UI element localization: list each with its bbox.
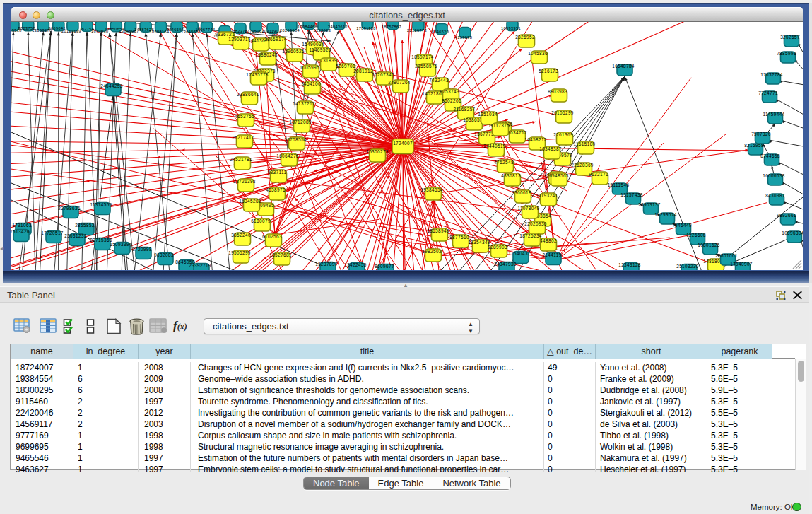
svg-text:2326952: 2326952	[515, 35, 535, 40]
svg-text:11615180: 11615180	[573, 141, 595, 146]
svg-text:10896304: 10896304	[782, 230, 803, 235]
svg-text:16948563: 16948563	[546, 173, 569, 178]
svg-text:24807264: 24807264	[388, 80, 411, 85]
svg-text:24440519: 24440519	[483, 144, 506, 148]
svg-text:9753743: 9753743	[440, 89, 459, 94]
svg-text:1351034: 1351034	[478, 112, 498, 117]
svg-text:22798636: 22798636	[58, 206, 81, 211]
svg-text:2144119: 2144119	[542, 252, 561, 257]
svg-text:20269664: 20269664	[280, 28, 300, 33]
svg-text:23392719: 23392719	[189, 263, 211, 268]
svg-text:8430387: 8430387	[765, 193, 785, 198]
svg-text:7432443: 7432443	[429, 78, 449, 83]
svg-text:19505299: 19505299	[228, 250, 251, 255]
svg-text:18527681: 18527681	[269, 252, 292, 257]
svg-text:13422455: 13422455	[344, 262, 367, 267]
svg-text:8502201: 8502201	[442, 98, 461, 103]
svg-text:10093951: 10093951	[501, 26, 521, 30]
svg-text:20558575: 20558575	[415, 64, 437, 69]
svg-text:18757867: 18757867	[382, 25, 401, 29]
svg-text:1226608: 1226608	[686, 233, 706, 238]
svg-text:19354349: 19354349	[468, 240, 490, 245]
svg-text:7646449: 7646449	[672, 223, 692, 228]
svg-text:9289903: 9289903	[488, 245, 507, 250]
svg-text:17940907: 17940907	[730, 262, 753, 267]
svg-text:24521781: 24521781	[230, 157, 252, 162]
svg-text:17435778: 17435778	[246, 72, 269, 77]
svg-text:11314559: 11314559	[90, 202, 112, 207]
svg-text:22721398: 22721398	[233, 179, 256, 184]
svg-text:16458212: 16458212	[524, 137, 547, 142]
svg-text:18712089: 18712089	[289, 119, 312, 124]
svg-text:9336721: 9336721	[215, 32, 235, 37]
svg-text:20105299: 20105299	[551, 110, 574, 115]
svg-text:23886641: 23886641	[237, 92, 259, 97]
svg-text:25801061: 25801061	[715, 253, 738, 258]
svg-text:11117375: 11117375	[488, 123, 510, 128]
svg-text:11469520: 11469520	[309, 47, 331, 52]
svg-text:1731839: 1731839	[317, 58, 337, 63]
svg-text:8877510: 8877510	[449, 235, 469, 240]
svg-text:8246520: 8246520	[432, 30, 449, 34]
svg-text:25217417: 25217417	[232, 135, 254, 140]
svg-text:1724007: 1724007	[393, 141, 413, 146]
svg-text:8609677: 8609677	[375, 264, 394, 269]
svg-text:12343128: 12343128	[618, 262, 641, 267]
svg-text:3454100: 3454100	[301, 81, 321, 86]
svg-text:9892661: 9892661	[777, 213, 796, 218]
svg-text:1982502: 1982502	[422, 249, 442, 254]
svg-text:24644253: 24644253	[100, 83, 123, 88]
svg-text:18725234: 18725234	[519, 233, 542, 238]
svg-text:11078049: 11078049	[517, 206, 539, 211]
svg-text:24347938: 24347938	[494, 262, 517, 267]
svg-text:15237897: 15237897	[315, 262, 338, 267]
svg-text:1045836: 1045836	[528, 51, 548, 56]
svg-text:15267340: 15267340	[372, 72, 394, 77]
svg-text:19384554: 19384554	[420, 187, 443, 192]
svg-text:8744658: 8744658	[760, 153, 780, 158]
svg-text:4658976: 4658976	[266, 187, 286, 192]
svg-text:14299574: 14299574	[654, 212, 677, 217]
svg-text:15490034: 15490034	[302, 42, 324, 47]
svg-text:16708554: 16708554	[284, 137, 307, 142]
svg-text:10311903: 10311903	[261, 29, 281, 33]
svg-text:5216173: 5216173	[539, 69, 558, 74]
svg-text:23631231: 23631231	[64, 233, 87, 238]
svg-text:11193241: 11193241	[536, 193, 558, 198]
svg-text:15300273: 15300273	[366, 149, 389, 154]
svg-text:15111546: 15111546	[608, 182, 630, 187]
svg-text:24043612: 24043612	[328, 25, 348, 29]
svg-text:10801625: 10801625	[698, 243, 720, 247]
svg-text:16606638: 16606638	[763, 173, 785, 178]
svg-text:2855852: 2855852	[75, 223, 95, 228]
svg-text:17720517: 17720517	[41, 230, 64, 235]
svg-text:1038655: 1038655	[463, 117, 483, 122]
svg-text:3360618: 3360618	[512, 190, 531, 195]
svg-text:22669174: 22669174	[264, 37, 287, 42]
svg-text:22020936: 22020936	[524, 221, 547, 226]
svg-text:21168257: 21168257	[453, 107, 475, 112]
svg-text:17632784: 17632784	[760, 72, 783, 77]
svg-text:17540437: 17540437	[508, 251, 531, 256]
svg-text:7724771: 7724771	[758, 90, 778, 95]
svg-text:2261369: 2261369	[553, 132, 573, 137]
svg-text:9132171: 9132171	[589, 172, 608, 177]
svg-text:7885993: 7885993	[777, 51, 796, 56]
svg-text:6180079: 6180079	[251, 218, 271, 223]
svg-text:16880248: 16880248	[255, 52, 278, 57]
svg-text:10067744: 10067744	[195, 28, 215, 32]
svg-text:5269701: 5269701	[336, 64, 355, 69]
svg-text:7513426: 7513426	[11, 229, 30, 234]
svg-text:25103230: 25103230	[676, 264, 699, 269]
svg-text:4762548: 4762548	[494, 160, 514, 165]
svg-text:7507320: 7507320	[751, 132, 771, 136]
svg-text:1731063: 1731063	[12, 223, 32, 228]
svg-text:4107078: 4107078	[455, 35, 473, 40]
svg-text:9337111: 9337111	[268, 170, 287, 175]
svg-text:22628369: 22628369	[571, 163, 594, 168]
svg-text:11459444: 11459444	[763, 112, 784, 117]
svg-text:23903137: 23903137	[638, 202, 661, 207]
svg-text:3852240: 3852240	[231, 233, 251, 238]
svg-text:15093394: 15093394	[110, 242, 132, 247]
svg-text:2081912: 2081912	[353, 69, 373, 74]
